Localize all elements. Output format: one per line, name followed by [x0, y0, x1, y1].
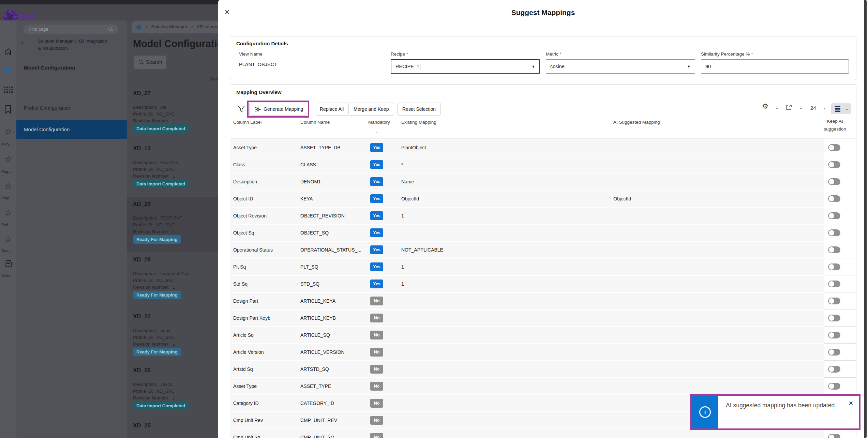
generate-mapping-button[interactable]: Generate Mapping	[249, 103, 307, 116]
keep-ai-toggle[interactable]	[828, 349, 840, 356]
model-card-description: Description:TEST RVT	[133, 215, 182, 221]
generate-mapping-label: Generate Mapping	[264, 106, 303, 112]
view-name-label: View Name	[239, 51, 263, 57]
keep-ai-toggle[interactable]	[828, 332, 840, 338]
merge-and-keep-button[interactable]: Merge and Keep	[348, 103, 394, 116]
table-row-ARTICLE_VERSION[interactable]: Article VersionARTICLE_VERSIONNo	[230, 344, 824, 361]
rail-item-label-perf[interactable]: Perf...	[0, 223, 16, 227]
chevron-down-icon[interactable]: ⌄	[775, 104, 779, 110]
page-size-value[interactable]: 24	[810, 105, 816, 111]
field-label: Revision Number:	[133, 395, 169, 401]
row-existing-mapping	[401, 412, 606, 428]
sort-indicator-icon[interactable]: ⌄	[375, 129, 378, 134]
keep-ai-toggle[interactable]	[828, 315, 840, 321]
table-row-STD_SQ[interactable]: Std SqSTD_SQ1Yes	[230, 276, 824, 293]
table-row-DENOM1[interactable]: DescriptionDENOM1NameYes	[230, 173, 824, 191]
menu-icon[interactable]	[0, 66, 16, 74]
model-card-XD_27[interactable]: XD_27Description:weProfile ID:XD_SVCRevi…	[127, 86, 218, 141]
gear-icon[interactable]: ⚙	[762, 102, 768, 110]
chevron-right-icon[interactable]: ›	[12, 261, 14, 266]
keep-ai-toggle[interactable]	[828, 246, 840, 253]
chevron-down-icon[interactable]: ⌄	[799, 104, 803, 110]
model-card-XD_22[interactable]: XD_22Description:prjaxProfile ID:XD_SVCR…	[127, 309, 218, 364]
rail-item-label-prep[interactable]: Prep...	[0, 196, 16, 200]
dropdown-caret-icon[interactable]: ▼	[687, 60, 691, 73]
list-view-toggle[interactable]: ⌄	[831, 103, 851, 114]
keep-ai-toggle[interactable]	[828, 263, 840, 270]
keep-ai-toggle[interactable]	[828, 144, 840, 151]
keep-ai-toggle[interactable]	[828, 298, 840, 304]
model-card-XD_13[interactable]: XD_13Description:Revit fileProfile ID:XD…	[127, 141, 218, 196]
row-existing-mapping	[401, 361, 606, 377]
table-row-OBJECT_SQ[interactable]: Object SqOBJECT_SQYes	[230, 225, 824, 242]
keep-ai-toggle[interactable]	[828, 212, 840, 219]
panel-item-model-configuration[interactable]: Model Configuration	[16, 120, 127, 139]
panel-item-profile-configuration[interactable]: Profile Configuration	[16, 100, 127, 117]
model-card-title: XD_29	[133, 201, 151, 208]
header-keep-ai-suggestion[interactable]: Keep AI suggestion	[818, 117, 852, 133]
star-icon-doc[interactable]: ☆	[0, 235, 16, 243]
model-card-XD_29[interactable]: XD_29Description:TEST RVTProfile ID:XD_S…	[127, 197, 218, 252]
apps-grid-icon[interactable]	[2, 87, 14, 93]
table-row-ARTICLE_KEYB[interactable]: Design Part KeybARTICLE_KEYBNo	[230, 310, 824, 327]
chevron-down-icon[interactable]: ⌄	[844, 105, 849, 111]
rail-item-label-mps[interactable]: MPS...	[0, 142, 16, 146]
rail-item-label-pag[interactable]: Pag...	[0, 169, 16, 173]
find-page-search[interactable]: Find page	[23, 25, 118, 34]
star-icon-mps[interactable]: ☆	[0, 127, 16, 136]
back-chevron-icon[interactable]: ‹	[21, 38, 24, 46]
rail-item-label-sche[interactable]: Sche...	[0, 274, 16, 278]
header-mandatory[interactable]: Mandatory	[368, 120, 390, 125]
table-row-CMP_UNIT_SQ[interactable]: Cmp Unit SqCMP_UNIT_SQNo	[230, 429, 824, 438]
keep-ai-toggle[interactable]	[828, 366, 840, 373]
keep-ai-toggle[interactable]	[828, 178, 840, 185]
header-column-label[interactable]: Column Label	[233, 120, 261, 125]
star-icon-perf[interactable]: ☆	[0, 208, 16, 217]
keep-ai-toggle[interactable]	[828, 161, 840, 168]
table-row-ASSET_TYPE_DB[interactable]: Asset TypeASSET_TYPE_DBPlantObjectYes	[230, 139, 824, 156]
dropdown-caret-icon[interactable]: ▼	[532, 60, 535, 73]
row-ai-suggested-mapping	[613, 378, 804, 394]
table-row-ARTSTD_SQ[interactable]: Artstd SqARTSTD_SQNo	[230, 361, 824, 378]
filter-icon[interactable]	[237, 105, 245, 113]
table-row-ARTICLE_KEYA[interactable]: Design PartARTICLE_KEYANo	[230, 293, 824, 310]
replace-all-button[interactable]: Replace All	[315, 103, 349, 116]
model-card-XD_26[interactable]: XD_26Description:Jaxc2Profile ID:XD_SVCR…	[127, 363, 218, 418]
table-row-ASSET_TYPE[interactable]: Asset TypeASSET_TYPENo	[230, 378, 824, 395]
header-existing-mapping[interactable]: Existing Mapping	[401, 120, 436, 125]
table-row-KEYA[interactable]: Object IDKEYAObjectIdObjectIdYes	[230, 191, 824, 208]
close-icon[interactable]: ✕	[849, 400, 853, 407]
rail-item-label-doc[interactable]: Doc...	[0, 248, 16, 253]
table-row-OPERATIONAL_STATUS_...[interactable]: Operational StatusOPERATIONAL_STATUS_...…	[230, 242, 824, 259]
export-icon[interactable]	[786, 104, 792, 110]
metric-combobox[interactable]: cosine ▼	[546, 59, 695, 74]
star-icon-pag[interactable]: ☆	[0, 155, 16, 164]
header-ai-suggested-mapping[interactable]: AI Suggested Mapping	[613, 120, 660, 125]
archive-icon-sche[interactable]	[0, 259, 16, 268]
recipe-combobox[interactable]: RECIPE_1 ▼	[391, 59, 540, 74]
table-row-OBJECT_REVISION[interactable]: Object RevisionOBJECT_REVISION1Yes	[230, 208, 824, 225]
chevron-right-icon[interactable]: ›	[12, 130, 14, 135]
home-icon[interactable]	[0, 48, 16, 56]
keep-ai-toggle[interactable]	[828, 229, 840, 236]
chevron-down-icon[interactable]: ⌄	[822, 104, 827, 110]
reset-selection-button[interactable]: Reset Selection	[397, 103, 441, 116]
model-card-XD_28[interactable]: XD_28Description:Industrial PlantProfile…	[127, 252, 218, 307]
keep-ai-toggle[interactable]	[828, 195, 840, 202]
vertical-scrollbar[interactable]	[864, 0, 867, 438]
model-card-XD_25[interactable]: XD_25	[127, 418, 218, 438]
model-card-revision: Revision Number:1	[133, 173, 175, 179]
suggest-mappings-modal: ✕ Suggest Mappings Configuration Details…	[218, 0, 868, 438]
star-icon-prep[interactable]: ☆	[0, 182, 16, 191]
keep-ai-cell	[824, 310, 856, 327]
table-row-CLASS[interactable]: ClassCLASS*Yes	[230, 156, 824, 173]
keep-ai-toggle[interactable]	[828, 281, 840, 287]
header-column-name[interactable]: Column Name	[300, 120, 330, 125]
similarity-input[interactable]: 90	[701, 59, 849, 74]
field-label: Description:	[133, 215, 157, 221]
table-row-ARTICLE_SQ[interactable]: Article SqARTICLE_SQNo	[230, 327, 824, 344]
keep-ai-toggle[interactable]	[828, 383, 840, 390]
table-row-PLT_SQ[interactable]: Plt SqPLT_SQ1Yes	[230, 259, 824, 276]
keep-ai-toggle[interactable]	[828, 434, 840, 438]
bookmark-icon[interactable]	[0, 105, 16, 114]
